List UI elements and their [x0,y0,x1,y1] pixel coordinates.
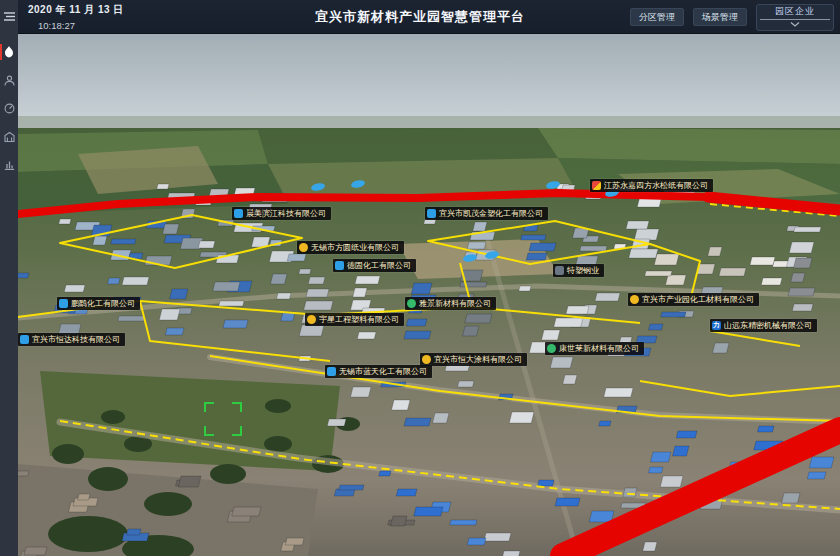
left-toolbar [0,0,18,556]
company-label-text: 宜兴市产业园化工材料有限公司 [642,296,754,304]
company-label-text: 江苏永嘉四方水松纸有限公司 [604,182,708,190]
top-bar: 2020 年 11 月 13 日 10:18:27 宜兴市新材料产业园智慧管理平… [0,0,840,34]
gray-marker-icon [555,266,564,275]
company-label[interactable]: 德固化工有限公司 [333,259,416,272]
company-label[interactable]: 无锡市方圆纸业有限公司 [297,241,404,254]
green-marker-icon [407,299,416,308]
scene-management-button[interactable]: 场景管理 [693,8,747,26]
company-label[interactable]: 宜兴市产业园化工材料有限公司 [628,293,759,306]
blue-marker-icon [59,299,68,308]
green-marker-icon [547,344,556,353]
company-label[interactable]: 鹏鹞化工有限公司 [57,297,140,310]
flame-icon[interactable] [0,41,18,63]
company-label[interactable]: 宜兴市恒达科技有限公司 [18,333,125,346]
company-label-text: 宇星工程塑料有限公司 [319,316,399,324]
yellow-marker-icon [422,355,431,364]
company-label-text: 德固化工有限公司 [347,262,411,270]
company-label[interactable]: 特塑钢业 [553,264,604,277]
company-label-text: 宜兴市恒大涂料有限公司 [434,356,522,364]
park-enterprise-dropdown[interactable]: 园区企业 [756,4,834,31]
company-label[interactable]: 江苏永嘉四方水松纸有限公司 [590,179,713,192]
blue-marker-icon [427,209,436,218]
dropdown-label: 园区企业 [757,5,833,19]
blue-marker-icon [335,261,344,270]
topbar-actions: 分区管理 场景管理 园区企业 [630,0,834,34]
company-label-text: 山远东精密机械有限公司 [724,322,812,330]
blue-marker-icon [327,367,336,376]
factory-icon[interactable] [0,125,18,147]
datetime-block: 2020 年 11 月 13 日 10:18:27 [28,3,124,31]
company-label-text: 特塑钢业 [567,267,599,275]
company-label-text: 无锡市方圆纸业有限公司 [311,244,399,252]
map-labels-layer: 晨美滨江科技有限公司宜兴市凯茂金塑化工有限公司无锡市方圆纸业有限公司江苏永嘉四方… [18,34,840,556]
zone-management-button[interactable]: 分区管理 [630,8,684,26]
company-label[interactable]: 宇星工程塑料有限公司 [305,313,404,326]
flag-marker-icon [592,181,601,190]
company-label[interactable]: 宜兴市凯茂金塑化工有限公司 [425,207,548,220]
yellow-marker-icon [630,295,639,304]
current-time: 10:18:27 [38,20,124,31]
map-3d-view[interactable]: 晨美滨江科技有限公司宜兴市凯茂金塑化工有限公司无锡市方圆纸业有限公司江苏永嘉四方… [18,34,840,556]
company-label-text: 晨美滨江科技有限公司 [246,210,326,218]
company-label-text: 康世莱新材料有限公司 [559,345,639,353]
company-label[interactable]: 无锡市蓝天化工有限公司 [325,365,432,378]
chevron-down-icon [757,20,833,30]
company-label[interactable]: 力山远东精密机械有限公司 [710,319,817,332]
power-marker-icon: 力 [712,321,721,330]
current-date: 2020 年 11 月 13 日 [28,3,124,17]
company-label-text: 宜兴市凯茂金塑化工有限公司 [439,210,543,218]
app-window: 2020 年 11 月 13 日 10:18:27 宜兴市新材料产业园智慧管理平… [0,0,840,556]
yellow-marker-icon [307,315,316,324]
company-label[interactable]: 宜兴市恒大涂料有限公司 [420,353,527,366]
company-label-text: 无锡市蓝天化工有限公司 [339,368,427,376]
blue-marker-icon [234,209,243,218]
company-label-text: 雅景新材料有限公司 [419,300,491,308]
yellow-marker-icon [299,243,308,252]
bar-chart-icon[interactable] [0,153,18,175]
gauge-icon[interactable] [0,97,18,119]
company-label[interactable]: 晨美滨江科技有限公司 [232,207,331,220]
blue-marker-icon [20,335,29,344]
company-label[interactable]: 康世莱新材料有限公司 [545,342,644,355]
company-label[interactable]: 雅景新材料有限公司 [405,297,496,310]
company-label-text: 鹏鹞化工有限公司 [71,300,135,308]
menu-icon[interactable] [0,5,18,27]
company-label-text: 宜兴市恒达科技有限公司 [32,336,120,344]
user-icon[interactable] [0,69,18,91]
